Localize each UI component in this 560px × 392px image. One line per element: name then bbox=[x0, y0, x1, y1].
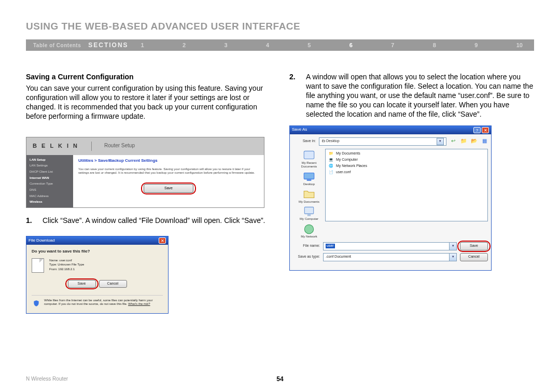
section-link-6[interactable]: 6 bbox=[349, 42, 353, 48]
place-network[interactable]: My Network bbox=[297, 222, 321, 239]
section-link-9[interactable]: 9 bbox=[474, 42, 478, 48]
section-link-1[interactable]: 1 bbox=[141, 42, 144, 48]
places-bar: My Recent Documents Desktop My Documents bbox=[293, 149, 325, 239]
highlight-oval bbox=[141, 183, 196, 194]
toc-link[interactable]: Table of Contents bbox=[26, 43, 88, 48]
place-recent[interactable]: My Recent Documents bbox=[297, 149, 321, 169]
page-number: 54 bbox=[276, 375, 283, 383]
router-screenshot: B E L K I N Router Setup LAN Setup LAN S… bbox=[26, 137, 264, 208]
step-1-text: Click “Save”. A window called “File Down… bbox=[43, 216, 271, 226]
place-computer[interactable]: My Computer bbox=[297, 205, 321, 221]
list-item[interactable]: 🌐My Network Places bbox=[329, 164, 484, 169]
fd-info: Name: user.conf Type: Unknown File Type … bbox=[49, 258, 84, 273]
fd-save-button[interactable]: Save bbox=[68, 280, 96, 288]
save-in-label: Save in: bbox=[293, 139, 316, 144]
fd-warn: While files from the Internet can be use… bbox=[32, 295, 163, 309]
highlight-oval bbox=[457, 241, 491, 252]
intro-paragraph: You can save your current configuration … bbox=[26, 84, 271, 121]
section-link-3[interactable]: 3 bbox=[224, 42, 227, 48]
save-in-value: Desktop bbox=[326, 139, 340, 143]
new-folder-icon[interactable]: 📂 bbox=[470, 138, 478, 145]
page-title: USING THE WEB-BASED ADVANCED USER INTERF… bbox=[26, 21, 534, 32]
fd-title: File Download bbox=[29, 238, 55, 243]
views-icon[interactable]: ▦ bbox=[481, 138, 488, 145]
highlight-oval bbox=[65, 278, 99, 289]
sa-cancel-button[interactable]: Cancel bbox=[460, 253, 488, 261]
router-breadcrumb[interactable]: Utilities > Save/Backup Current Settings bbox=[78, 158, 259, 163]
svg-rect-4 bbox=[307, 215, 311, 216]
sidebar-wan[interactable]: Internet WAN bbox=[26, 175, 73, 181]
section-link-8[interactable]: 8 bbox=[433, 42, 436, 48]
sa-title: Save As bbox=[292, 127, 307, 132]
close-icon[interactable]: ✕ bbox=[482, 127, 489, 133]
sidebar-mac[interactable]: MAC Address bbox=[26, 193, 73, 200]
section-link-7[interactable]: 7 bbox=[391, 42, 394, 48]
sections-label: SECTIONS bbox=[88, 41, 128, 49]
svg-point-5 bbox=[304, 225, 313, 233]
sidebar-lan-settings[interactable]: LAN Settings bbox=[26, 163, 73, 169]
savetype-label: Save as type: bbox=[293, 255, 320, 259]
sidebar-dhcp[interactable]: DHCP Client List bbox=[26, 169, 73, 175]
svg-rect-1 bbox=[304, 173, 314, 179]
up-folder-icon[interactable]: 📁 bbox=[460, 138, 467, 145]
filename-input[interactable]: user ▾ bbox=[323, 242, 457, 250]
belkin-logo: B E L K I N bbox=[33, 142, 79, 149]
chevron-down-icon[interactable]: ▾ bbox=[437, 138, 444, 145]
subheading: Saving a Current Configuration bbox=[26, 73, 271, 82]
router-setup-label: Router Setup bbox=[104, 143, 135, 149]
step-1-number: 1. bbox=[26, 216, 34, 226]
sections-bar: Table of Contents SECTIONS 1 2 3 4 5 6 7… bbox=[26, 39, 534, 51]
svg-rect-3 bbox=[304, 207, 313, 214]
filename-label: File name: bbox=[293, 244, 320, 248]
sidebar-dns[interactable]: DNS bbox=[26, 187, 73, 193]
place-desktop[interactable]: Desktop bbox=[297, 170, 321, 187]
file-list[interactable]: 📁My Documents 💻My Computer 🌐My Network P… bbox=[325, 149, 488, 221]
fd-cancel-button[interactable]: Cancel bbox=[99, 280, 127, 288]
shield-icon bbox=[33, 300, 40, 307]
save-as-dialog: Save As ? ✕ Save in: 🗀 Desktop ▾ ↩ bbox=[289, 125, 492, 271]
whats-the-risk-link[interactable]: What's the risk? bbox=[128, 302, 150, 305]
section-link-5[interactable]: 5 bbox=[307, 42, 311, 48]
step-2-text: A window will open that allows you to se… bbox=[306, 73, 534, 119]
list-item[interactable]: 📁My Documents bbox=[329, 151, 484, 157]
file-icon bbox=[32, 258, 44, 273]
sidebar-wireless[interactable]: Wireless bbox=[26, 199, 73, 205]
back-icon[interactable]: ↩ bbox=[450, 138, 457, 145]
savetype-value: .conf Document bbox=[326, 255, 351, 259]
fd-question: Do you want to save this file? bbox=[32, 249, 163, 254]
section-link-10[interactable]: 10 bbox=[516, 42, 523, 48]
filename-value: user bbox=[326, 244, 335, 248]
router-save-button[interactable]: Save bbox=[144, 184, 193, 193]
router-sidebar: LAN Setup LAN Settings DHCP Client List … bbox=[26, 155, 73, 207]
chevron-down-icon[interactable]: ▾ bbox=[449, 254, 456, 261]
step-2-number: 2. bbox=[289, 73, 298, 119]
sidebar-lan-setup[interactable]: LAN Setup bbox=[26, 157, 73, 163]
savetype-combo[interactable]: .conf Document ▾ bbox=[323, 253, 457, 261]
help-icon[interactable]: ? bbox=[473, 127, 481, 133]
sidebar-connection[interactable]: Connection Type bbox=[26, 181, 73, 187]
left-column: Saving a Current Configuration You can s… bbox=[26, 73, 271, 314]
close-icon[interactable]: ✕ bbox=[159, 237, 166, 244]
sa-save-button[interactable]: Save bbox=[460, 242, 488, 250]
section-link-2[interactable]: 2 bbox=[183, 42, 186, 48]
chevron-down-icon[interactable]: ▾ bbox=[449, 243, 456, 250]
file-download-dialog: File Download ✕ Do you want to save this… bbox=[26, 236, 169, 314]
place-documents[interactable]: My Documents bbox=[297, 188, 321, 204]
list-item[interactable]: 💻My Computer bbox=[329, 158, 484, 163]
section-numbers: 1 2 3 4 5 6 7 8 9 10 bbox=[141, 42, 534, 48]
save-in-combo[interactable]: 🗀 Desktop ▾ bbox=[319, 137, 446, 146]
svg-rect-2 bbox=[307, 179, 312, 180]
svg-rect-0 bbox=[304, 151, 314, 159]
footer-product: N Wireless Router bbox=[26, 376, 68, 382]
right-column: 2. A window will open that allows you to… bbox=[289, 73, 534, 314]
section-link-4[interactable]: 4 bbox=[266, 42, 269, 48]
router-desc: You can save your current configuration … bbox=[78, 167, 259, 175]
list-item[interactable]: 📄user.conf bbox=[329, 170, 484, 175]
